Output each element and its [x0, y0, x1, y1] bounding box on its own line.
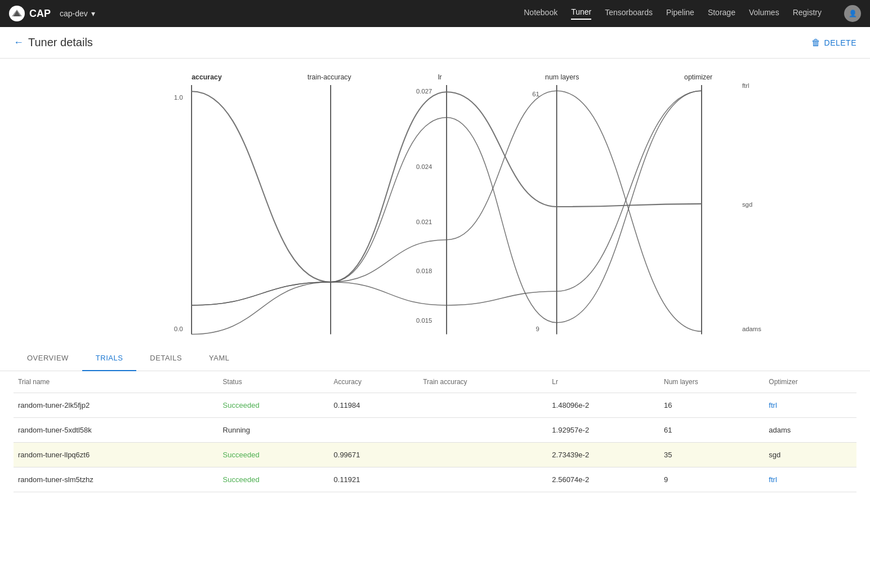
col-header-accuracy: Accuracy — [329, 371, 419, 393]
svg-text:0.021: 0.021 — [416, 219, 432, 225]
nav-tensorboards[interactable]: Tensorboards — [605, 8, 653, 19]
col-header-train-accuracy: Train accuracy — [418, 371, 547, 393]
cell-lr: 2.56074e-2 — [547, 467, 659, 492]
table-header-row: Trial name Status Accuracy Train accurac… — [14, 371, 856, 393]
cell-optimizer: sgd — [764, 443, 856, 467]
cell-lr: 1.48096e-2 — [547, 393, 659, 418]
cell-train-accuracy — [418, 443, 547, 467]
axis-label-lr: lr — [438, 73, 442, 81]
table-row[interactable]: random-tuner-5xdtl58k Running 1.92957e-2… — [14, 418, 856, 443]
cell-accuracy: 0.11921 — [329, 467, 419, 492]
cell-num-layers: 16 — [659, 393, 764, 418]
svg-text:1.0: 1.0 — [174, 94, 183, 101]
col-header-optimizer: Optimizer — [764, 371, 856, 393]
cell-lr: 2.73439e-2 — [547, 443, 659, 467]
cell-optimizer: ftrl — [764, 467, 856, 492]
cell-accuracy: 0.99671 — [329, 443, 419, 467]
page-title: Tuner details — [28, 36, 93, 49]
cell-accuracy — [329, 418, 419, 443]
logo-text: CAP — [29, 8, 51, 20]
cell-num-layers: 9 — [659, 467, 764, 492]
nav-notebook[interactable]: Notebook — [524, 8, 557, 19]
cell-train-accuracy — [418, 418, 547, 443]
axis-label-train-accuracy: train-accuracy — [307, 73, 351, 81]
nav-storage[interactable]: Storage — [708, 8, 735, 19]
project-name: cap-dev — [60, 9, 88, 18]
svg-text:0.0: 0.0 — [174, 326, 183, 332]
trials-table: Trial name Status Accuracy Train accurac… — [14, 371, 856, 492]
cell-status: Succeeded — [218, 467, 329, 492]
nav-tuner[interactable]: Tuner — [571, 7, 591, 20]
main-nav: Notebook Tuner Tensorboards Pipeline Sto… — [524, 5, 861, 22]
nav-pipeline[interactable]: Pipeline — [666, 8, 694, 19]
svg-text:sgd: sgd — [742, 201, 752, 208]
cell-status: Succeeded — [218, 443, 329, 467]
page-header: ← Tuner details 🗑 DELETE — [0, 27, 870, 59]
cell-num-layers: 35 — [659, 443, 764, 467]
svg-text:0.018: 0.018 — [416, 268, 432, 274]
axis-label-num-layers: num layers — [545, 73, 579, 81]
tab-yaml[interactable]: YAML — [195, 346, 243, 371]
cell-trial-name: random-tuner-slm5tzhz — [14, 467, 218, 492]
app-logo: CAP — [9, 6, 51, 21]
svg-text:61: 61 — [532, 91, 539, 97]
cell-accuracy: 0.11984 — [329, 393, 419, 418]
user-avatar[interactable]: 👤 — [844, 5, 861, 22]
tab-details[interactable]: DETAILS — [136, 346, 195, 371]
cell-train-accuracy — [418, 467, 547, 492]
svg-text:0.015: 0.015 — [416, 317, 432, 324]
table-row[interactable]: random-tuner-llpq6zt6 Succeeded 0.99671 … — [14, 443, 856, 467]
chevron-down-icon: ▾ — [91, 9, 95, 18]
svg-text:0.024: 0.024 — [416, 163, 432, 170]
table-row[interactable]: random-tuner-slm5tzhz Succeeded 0.11921 … — [14, 467, 856, 492]
col-header-lr: Lr — [547, 371, 659, 393]
cell-trial-name: random-tuner-5xdtl58k — [14, 418, 218, 443]
app-header: CAP cap-dev ▾ Notebook Tuner Tensorboard… — [0, 0, 870, 27]
tab-overview[interactable]: OVERVIEW — [14, 346, 82, 371]
parallel-coordinates-chart: accuracy train-accuracy lr num layers op… — [0, 59, 870, 346]
page-content: ← Tuner details 🗑 DELETE accuracy train-… — [0, 27, 870, 492]
delete-button[interactable]: 🗑 DELETE — [811, 38, 856, 48]
table-row[interactable]: random-tuner-2lk5fjp2 Succeeded 0.11984 … — [14, 393, 856, 418]
cell-num-layers: 61 — [659, 418, 764, 443]
cell-optimizer: ftrl — [764, 393, 856, 418]
col-header-trial-name: Trial name — [14, 371, 218, 393]
cell-status: Succeeded — [218, 393, 329, 418]
cell-optimizer: adams — [764, 418, 856, 443]
chart-svg: accuracy train-accuracy lr num layers op… — [14, 68, 856, 346]
cell-train-accuracy — [418, 393, 547, 418]
col-header-status: Status — [218, 371, 329, 393]
cell-trial-name: random-tuner-llpq6zt6 — [14, 443, 218, 467]
svg-text:adams: adams — [742, 326, 761, 332]
title-area: ← Tuner details — [14, 36, 93, 49]
delete-label: DELETE — [824, 38, 856, 47]
svg-text:0.027: 0.027 — [416, 88, 432, 95]
cell-lr: 1.92957e-2 — [547, 418, 659, 443]
axis-label-optimizer: optimizer — [684, 73, 712, 81]
back-button[interactable]: ← — [14, 37, 24, 48]
nav-volumes[interactable]: Volumes — [749, 8, 779, 19]
nav-registry[interactable]: Registry — [793, 8, 822, 19]
tab-trials[interactable]: TRIALS — [82, 346, 137, 371]
axis-label-accuracy: accuracy — [191, 73, 222, 81]
logo-icon — [9, 6, 25, 21]
trials-table-container: Trial name Status Accuracy Train accurac… — [0, 371, 870, 492]
col-header-num-layers: Num layers — [659, 371, 764, 393]
tabs-container: OVERVIEW TRIALS DETAILS YAML — [0, 346, 870, 371]
svg-text:ftrl: ftrl — [742, 82, 749, 89]
delete-icon: 🗑 — [811, 38, 821, 48]
cell-status: Running — [218, 418, 329, 443]
project-selector[interactable]: cap-dev ▾ — [60, 9, 95, 18]
svg-text:9: 9 — [536, 326, 539, 332]
cell-trial-name: random-tuner-2lk5fjp2 — [14, 393, 218, 418]
